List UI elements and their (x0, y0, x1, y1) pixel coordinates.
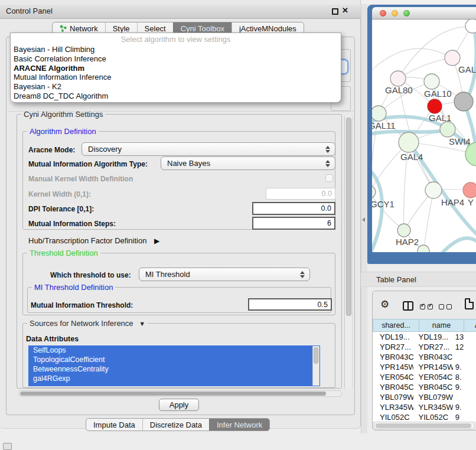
table-row[interactable]: YER054CYER054C8. (373, 372, 476, 382)
algorithm-option[interactable]: ARACNE Algorithm (11, 64, 341, 73)
table-cell: 9. (453, 363, 476, 371)
table-cell: YER054C (373, 373, 413, 381)
select-all-columns-icon[interactable] (420, 304, 433, 309)
table-row[interactable]: YPR145WYPR145W9. (373, 362, 476, 372)
threshold-definition-title: Threshold Definition (27, 249, 100, 257)
network-graph[interactable]: GALGAL80GAL10GAL1GAL11SWI4GAL4GCY1HAP4YH… (372, 19, 476, 252)
apply-button-label: Apply (169, 400, 189, 409)
algorithm-option[interactable]: Mutual Information Inference (11, 73, 341, 82)
kernel-width-field[interactable]: 0.0 (266, 188, 335, 200)
attribute-list-item[interactable]: BetweennessCentrality (28, 364, 320, 374)
which-threshold-select[interactable]: MI Threshold (139, 268, 310, 281)
network-window-titlebar[interactable] (372, 7, 476, 19)
manual-kernel-checkbox[interactable] (325, 174, 333, 182)
scrollbar-thumb[interactable] (20, 392, 326, 396)
table-cell: YIL052C (373, 413, 413, 422)
network-node[interactable] (465, 19, 476, 33)
column-header[interactable]: shared... (373, 319, 419, 332)
table-row[interactable]: YBL079WYBL079W (373, 392, 476, 402)
network-node-swi4[interactable] (440, 122, 455, 137)
table-cell: 12 (453, 343, 476, 351)
float-window-icon[interactable] (332, 8, 338, 15)
column-header[interactable]: name (419, 319, 464, 332)
spinner-arrows-icon (299, 271, 304, 278)
mi-type-select[interactable]: Naive Bayes (161, 156, 335, 170)
mi-threshold-field[interactable]: 0.5 (248, 298, 332, 311)
column-layout-icon[interactable] (403, 301, 413, 311)
close-traffic-light-icon[interactable] (380, 10, 386, 17)
apply-button[interactable]: Apply (159, 399, 199, 411)
algorithm-dropdown-popup: Select algorithm to view settings Bayesi… (10, 32, 341, 103)
table-row[interactable]: YLR345WYLR345W9. (373, 402, 476, 412)
network-edge[interactable] (372, 192, 404, 230)
table-row[interactable]: YDL19...YDL19...13 (373, 332, 476, 342)
splitpane-collapse-icon[interactable] (362, 217, 365, 222)
node-label-gcy1: GCY1 (372, 199, 395, 209)
node-label-hap2: HAP2 (396, 237, 419, 247)
network-edge[interactable] (372, 48, 452, 76)
algorithm-option[interactable]: Basic Correlation Inference (11, 54, 341, 64)
column-header[interactable]: A (464, 319, 476, 332)
sources-group-title[interactable]: Sources for Network Inference ▼ (27, 319, 148, 328)
table-horizontal-scrollbar[interactable] (374, 422, 475, 429)
collapsed-panel-icon[interactable] (3, 443, 12, 450)
close-icon[interactable]: ✕ (342, 6, 348, 15)
spinner-arrows-icon (325, 160, 330, 167)
table-header-row[interactable]: shared...nameA (373, 319, 476, 332)
table-cell: YBR045C (413, 383, 452, 392)
tab-impute-data[interactable]: Impute Data (86, 419, 142, 431)
attribute-list-item[interactable]: gal4RGexp (28, 374, 320, 383)
network-node-hap4[interactable] (425, 182, 442, 198)
aracne-mode-select[interactable]: Discovery (81, 142, 335, 156)
algorithm-definition-title: Algorithm Definition (27, 127, 99, 136)
table-row[interactable]: YIL052CYIL052C9 (373, 412, 476, 422)
gear-icon[interactable]: ⚙ (380, 299, 389, 309)
network-node-gal10[interactable] (424, 74, 439, 89)
tab-infer-network[interactable]: Infer Network (209, 419, 269, 431)
network-edge[interactable] (423, 190, 433, 251)
network-edge[interactable] (398, 58, 452, 79)
network-node[interactable] (418, 245, 429, 252)
algorithm-option[interactable]: Dream8 DC_TDC Algorithm (11, 92, 341, 101)
node-label-swi4: SWI4 (449, 136, 471, 146)
scrollbar-thumb[interactable] (376, 423, 471, 428)
attributes-list-scrollbar[interactable] (312, 346, 319, 386)
data-attributes-list[interactable]: SelfLoopsTopologicalCoefficientBetweenne… (28, 345, 320, 386)
network-node-hap2[interactable] (397, 224, 410, 237)
network-node[interactable] (454, 92, 473, 111)
table-row[interactable]: YDR27...YDR27...12 (373, 342, 476, 352)
network-edge-highlighted[interactable] (442, 238, 476, 252)
network-node-gcy1[interactable] (372, 185, 376, 198)
table-rows[interactable]: YDL19...YDL19...13YDR27...YDR27...12YBR0… (373, 332, 476, 422)
network-node-gal11[interactable] (372, 106, 386, 121)
settings-vertical-scrollbar[interactable] (344, 116, 353, 389)
dpi-tolerance-field[interactable]: 0.0 (252, 202, 335, 215)
table-cell: YDR27... (413, 343, 452, 351)
network-node-gal4[interactable] (399, 132, 419, 152)
zoom-traffic-light-icon[interactable] (403, 10, 410, 17)
network-node-y[interactable] (463, 182, 476, 198)
network-node-gal[interactable] (445, 50, 460, 66)
export-table-icon[interactable] (465, 298, 474, 309)
minimize-traffic-light-icon[interactable] (392, 10, 398, 17)
deselect-all-columns-icon[interactable] (439, 304, 452, 309)
network-edge-highlighted[interactable] (372, 167, 382, 252)
table-row[interactable]: YBR045CYBR045C9. (373, 382, 476, 392)
mi-steps-field[interactable]: 6 (252, 217, 335, 230)
tab-discretize-data[interactable]: Discretize Data (142, 419, 209, 431)
scrollbar-thumb[interactable] (314, 347, 318, 364)
table-row[interactable]: YBR043CYBR043C (373, 352, 476, 362)
network-edge-highlighted[interactable] (465, 24, 476, 102)
attribute-list-item[interactable]: SelfLoops (28, 345, 320, 355)
tab-label: Discretize Data (150, 420, 202, 429)
settings-horizontal-scrollbar[interactable] (18, 390, 342, 397)
network-node-gal80[interactable] (390, 71, 406, 86)
table-cell: 9 (453, 413, 476, 422)
algorithm-option[interactable]: Bayesian - Hill Climbing (11, 45, 341, 54)
network-canvas[interactable]: GALGAL80GAL10GAL1GAL11SWI4GAL4GCY1HAP4YH… (372, 19, 476, 252)
scrollbar-thumb[interactable] (346, 118, 351, 316)
attribute-list-item[interactable]: TopologicalCoefficient (28, 355, 320, 364)
network-node-gal1[interactable] (428, 99, 442, 113)
hub-section-toggle[interactable]: Hub/Transcription Factor Definition ▶ (28, 236, 159, 245)
algorithm-option[interactable]: Bayesian - K2 (11, 82, 341, 92)
